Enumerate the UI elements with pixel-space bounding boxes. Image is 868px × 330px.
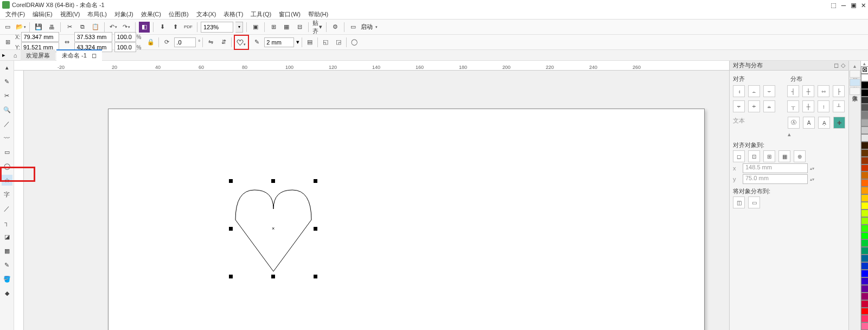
dist-left-icon[interactable]: ┤	[787, 85, 799, 97]
color-swatch-16[interactable]	[861, 194, 868, 202]
color-swatch-31[interactable]	[861, 308, 868, 315]
align-to-grid-icon[interactable]: ▦	[778, 150, 790, 162]
rotation-field[interactable]: .0	[174, 37, 196, 47]
color-swatch-33[interactable]	[861, 322, 868, 330]
undo-icon[interactable]: ↶▾	[108, 22, 119, 33]
wrap-text-icon[interactable]: ▤	[304, 37, 315, 48]
color-swatch-20[interactable]	[861, 225, 868, 232]
side-tab-align[interactable]: 对齐与分布	[850, 79, 860, 86]
menu-window[interactable]: 窗口(W)	[276, 10, 304, 19]
color-swatch-1[interactable]	[861, 81, 868, 89]
pick-tool[interactable]: ▴	[2, 62, 12, 73]
color-swatch-7[interactable]	[861, 126, 868, 134]
color-swatch-2[interactable]	[861, 89, 868, 97]
align-center-h-icon[interactable]: ⫠	[748, 85, 760, 97]
launch-label[interactable]: 启动	[361, 23, 373, 31]
menu-layout[interactable]: 布局(L)	[84, 10, 110, 19]
color-swatch-17[interactable]	[861, 202, 868, 210]
redo-icon[interactable]: ↷▾	[121, 22, 132, 33]
color-swatch-21[interactable]	[861, 232, 868, 240]
color-swatch-12[interactable]	[861, 164, 868, 172]
width-field[interactable]: 37.533 mm	[74, 32, 112, 42]
outline-width-dropdown[interactable]: ▾	[296, 39, 299, 46]
import-icon[interactable]: ⬇	[157, 22, 168, 33]
handle-n[interactable]	[271, 179, 275, 183]
zoom-tool[interactable]: 🔍	[2, 104, 12, 115]
eyedropper-tool[interactable]: ✎	[2, 259, 12, 270]
perfect-shape-picker[interactable]: ▾	[236, 37, 247, 48]
menu-edit[interactable]: 编辑(E)	[29, 10, 56, 19]
color-swatch-11[interactable]	[861, 157, 868, 164]
rulers-icon[interactable]: ⊞	[268, 22, 279, 33]
fill-tool[interactable]: 🪣	[2, 274, 12, 284]
align-right-icon[interactable]: ⫟	[763, 85, 775, 97]
color-swatch-3[interactable]	[861, 97, 868, 104]
color-swatch-14[interactable]	[861, 179, 868, 187]
text-outline-icon[interactable]: ✚	[833, 117, 845, 129]
tab-welcome[interactable]: 欢迎屏幕	[21, 49, 55, 61]
parallel-dim-tool[interactable]: ／	[2, 203, 12, 214]
menu-tools[interactable]: 工具(Q)	[247, 10, 275, 19]
basic-shapes-tool[interactable]: ☆	[2, 175, 12, 186]
align-center-v-icon[interactable]: ⫩	[748, 100, 760, 112]
color-swatch-18[interactable]	[861, 210, 868, 217]
text-a2-icon[interactable]: Ạ	[818, 117, 830, 129]
vertical-ruler[interactable]	[14, 71, 24, 330]
no-fill-swatch[interactable]: ⊠	[861, 66, 868, 74]
handle-se[interactable]	[314, 275, 317, 278]
side-tab-up[interactable]: ▴	[853, 63, 856, 69]
search-icon[interactable]: ◧	[139, 22, 150, 33]
menu-bitmap[interactable]: 位图(B)	[165, 10, 192, 19]
lock-ratio-icon[interactable]: 🔒	[145, 37, 156, 48]
rectangle-tool[interactable]: ▭	[2, 147, 12, 157]
outline-pen-icon[interactable]: ✎	[251, 37, 262, 48]
guides-icon[interactable]: ⊟	[294, 22, 305, 33]
color-swatch-32[interactable]	[861, 315, 868, 322]
tab-document[interactable]: 未命名 -1 ◻	[56, 49, 102, 61]
menu-help[interactable]: 帮助(H)	[305, 10, 331, 19]
color-swatch-0[interactable]	[861, 74, 868, 81]
to-front-icon[interactable]: ◱	[320, 37, 331, 48]
color-swatch-5[interactable]	[861, 111, 868, 119]
to-back-icon[interactable]: ◲	[333, 37, 344, 48]
color-swatch-27[interactable]	[861, 277, 868, 285]
dropshadow-tool[interactable]: ◪	[2, 231, 12, 242]
menu-table[interactable]: 表格(T)	[220, 10, 246, 19]
transparency-tool[interactable]: ▩	[2, 245, 12, 256]
pdf-icon[interactable]: PDF	[183, 22, 194, 33]
scale-x-field[interactable]: 100.0	[114, 32, 136, 42]
handle-w[interactable]	[229, 227, 233, 231]
save-icon[interactable]: 💾	[33, 22, 44, 33]
dist-spacing-v-icon[interactable]: ↕	[818, 100, 829, 112]
handle-sw[interactable]	[229, 275, 233, 278]
zoom-field[interactable]: 123%	[201, 22, 233, 33]
mirror-v-icon[interactable]: ⇵	[218, 37, 229, 48]
options-icon[interactable]: ⚙	[330, 22, 341, 33]
text-baseline-icon[interactable]: Ⓐ	[788, 117, 800, 129]
color-swatch-25[interactable]	[861, 262, 868, 270]
color-swatch-28[interactable]	[861, 285, 868, 293]
dist-spacing-h-icon[interactable]: ⇿	[818, 85, 829, 97]
minimize-button[interactable]: —	[841, 1, 846, 9]
dist-top-icon[interactable]: ┬	[787, 100, 799, 112]
align-to-point-icon[interactable]: ⊕	[794, 150, 806, 162]
menu-effect[interactable]: 效果(C)	[138, 10, 164, 19]
open-icon[interactable]: 📂▾	[15, 22, 26, 33]
menu-text[interactable]: 文本(X)	[193, 10, 220, 19]
align-x-field[interactable]: 148.5 mm	[743, 163, 808, 173]
handle-e[interactable]	[314, 227, 317, 231]
freehand-tool[interactable]: ／	[2, 118, 12, 129]
connector-tool[interactable]: ┐	[2, 217, 12, 228]
x-field[interactable]: 79.347 mm	[21, 32, 59, 42]
ellipse-tool[interactable]: ◯	[2, 161, 12, 172]
align-left-icon[interactable]: ⫞	[733, 85, 745, 97]
home-icon[interactable]: ⌂	[11, 51, 20, 60]
maximize-button[interactable]: ▣	[851, 1, 856, 9]
text-tool[interactable]: 字	[2, 189, 12, 200]
side-tab-font[interactable]: 嵌入字体	[850, 87, 860, 95]
text-a-icon[interactable]: A	[803, 117, 815, 129]
color-swatch-26[interactable]	[861, 270, 868, 277]
align-bottom-icon[interactable]: ⫨	[763, 100, 775, 112]
dist-bottom-icon[interactable]: ┴	[833, 100, 845, 112]
outline-tool[interactable]: ◆	[2, 288, 12, 299]
